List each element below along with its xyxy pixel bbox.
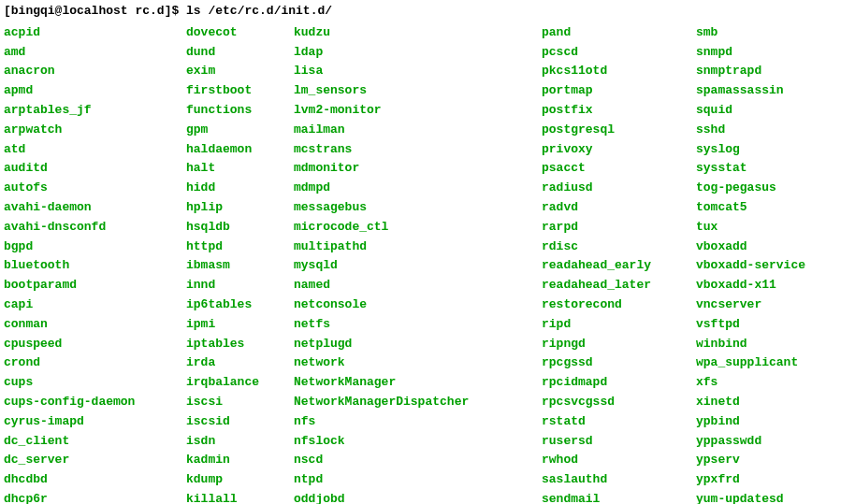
file-entry: vncserver	[696, 295, 805, 315]
file-entry: snmptrapd	[696, 62, 805, 81]
file-entry: gpm	[186, 121, 294, 140]
file-entry: microcode_ctl	[294, 218, 542, 238]
file-entry: tog-pegasus	[696, 179, 805, 198]
file-entry: netconsole	[294, 295, 542, 315]
file-entry: avahi-daemon	[4, 198, 186, 218]
file-entry: winbind	[696, 335, 805, 354]
file-entry: rpcidmapd	[542, 373, 696, 393]
file-entry: multipathd	[294, 238, 542, 257]
file-entry: dund	[186, 43, 294, 63]
file-entry: readahead_early	[542, 256, 696, 276]
file-entry: conman	[4, 315, 186, 335]
file-entry: ldap	[294, 43, 542, 63]
listing-column: acpidamdanacronapmdarptables_jfarpwatcha…	[4, 23, 186, 504]
file-entry: radiusd	[542, 179, 696, 198]
file-entry: firstboot	[186, 81, 294, 101]
file-entry: iscsid	[186, 412, 294, 432]
file-entry: killall	[186, 490, 294, 504]
file-entry: privoxy	[542, 140, 696, 160]
file-entry: vboxadd	[696, 238, 805, 257]
file-entry: dovecot	[186, 23, 294, 43]
file-entry: cpuspeed	[4, 335, 186, 354]
file-entry: mailman	[294, 121, 542, 140]
file-entry: NetworkManagerDispatcher	[294, 393, 542, 412]
shell-prompt: [bingqi@localhost rc.d]$	[4, 4, 186, 18]
listing-columns: acpidamdanacronapmdarptables_jfarpwatcha…	[4, 23, 851, 504]
file-entry: xfs	[696, 373, 805, 393]
file-entry: nfslock	[294, 432, 542, 452]
file-entry: rdisc	[542, 238, 696, 257]
file-entry: pcscd	[542, 43, 696, 63]
file-entry: restorecond	[542, 295, 696, 315]
file-entry: lvm2-monitor	[294, 101, 542, 121]
file-entry: mdmpd	[294, 179, 542, 198]
file-entry: lm_sensors	[294, 81, 542, 101]
file-entry: irqbalance	[186, 373, 294, 393]
file-entry: capi	[4, 295, 186, 315]
file-entry: vboxadd-service	[696, 256, 805, 276]
file-entry: NetworkManager	[294, 373, 542, 393]
file-entry: mdmonitor	[294, 159, 542, 179]
file-entry: arpwatch	[4, 121, 186, 140]
file-entry: ip6tables	[186, 295, 294, 315]
listing-column: dovecotdundeximfirstbootfunctionsgpmhald…	[186, 23, 294, 504]
listing-column: kudzuldaplisalm_sensorslvm2-monitormailm…	[294, 23, 542, 504]
file-entry: ibmasm	[186, 256, 294, 276]
file-entry: functions	[186, 101, 294, 121]
file-entry: rpcsvcgssd	[542, 393, 696, 412]
file-entry: lisa	[294, 62, 542, 81]
file-entry: dc_client	[4, 432, 186, 452]
file-entry: tux	[696, 218, 805, 238]
file-entry: postgresql	[542, 121, 696, 140]
file-entry: sendmail	[542, 490, 696, 504]
file-entry: ipmi	[186, 315, 294, 335]
file-entry: nscd	[294, 451, 542, 470]
file-entry: hidd	[186, 179, 294, 198]
file-entry: sysstat	[696, 159, 805, 179]
file-entry: squid	[696, 101, 805, 121]
file-entry: irda	[186, 353, 294, 373]
file-entry: ripd	[542, 315, 696, 335]
directory-listing: acpidamdanacronapmdarptables_jfarpwatcha…	[4, 23, 851, 504]
file-entry: haldaemon	[186, 140, 294, 160]
file-entry: smb	[696, 23, 805, 43]
file-entry: sshd	[696, 121, 805, 140]
file-entry: bgpd	[4, 238, 186, 257]
file-entry: bluetooth	[4, 256, 186, 276]
file-entry: halt	[186, 159, 294, 179]
file-entry: crond	[4, 353, 186, 373]
file-entry: rpcgssd	[542, 353, 696, 373]
file-entry: postfix	[542, 101, 696, 121]
file-entry: ypserv	[696, 451, 805, 470]
file-entry: syslog	[696, 140, 805, 160]
file-entry: netfs	[294, 315, 542, 335]
file-entry: snmpd	[696, 43, 805, 63]
file-entry: oddjobd	[294, 490, 542, 504]
file-entry: arptables_jf	[4, 101, 186, 121]
file-entry: kdump	[186, 470, 294, 490]
file-entry: rstatd	[542, 412, 696, 432]
file-entry: dhcp6r	[4, 490, 186, 504]
file-entry: ypxfrd	[696, 470, 805, 490]
file-entry: mcstrans	[294, 140, 542, 160]
file-entry: mysqld	[294, 256, 542, 276]
file-entry: named	[294, 276, 542, 295]
file-entry: innd	[186, 276, 294, 295]
file-entry: cyrus-imapd	[4, 412, 186, 432]
file-entry: httpd	[186, 238, 294, 257]
file-entry: hsqldb	[186, 218, 294, 238]
file-entry: vboxadd-x11	[696, 276, 805, 295]
file-entry: avahi-dnsconfd	[4, 218, 186, 238]
file-entry: amd	[4, 43, 186, 63]
file-entry: yum-updatesd	[696, 490, 805, 504]
file-entry: bootparamd	[4, 276, 186, 295]
file-entry: radvd	[542, 198, 696, 218]
file-entry: psacct	[542, 159, 696, 179]
file-entry: pkcs11otd	[542, 62, 696, 81]
file-entry: apmd	[4, 81, 186, 101]
file-entry: rusersd	[542, 432, 696, 452]
file-entry: kudzu	[294, 23, 542, 43]
file-entry: ypbind	[696, 412, 805, 432]
file-entry: hplip	[186, 198, 294, 218]
file-entry: vsftpd	[696, 315, 805, 335]
